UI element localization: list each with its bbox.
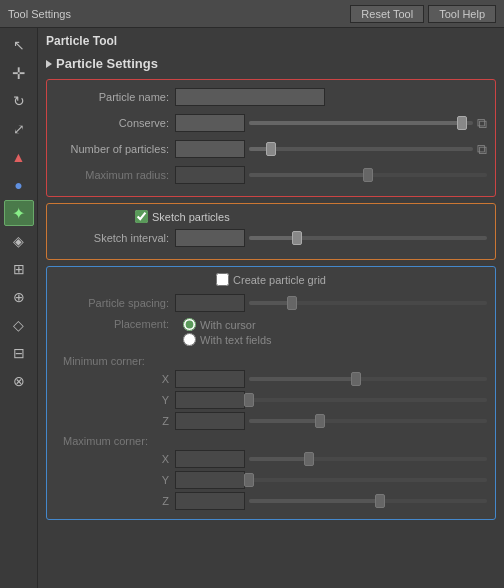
grid-settings-box: Create particle grid Particle spacing: 0… — [46, 266, 496, 520]
max-y-input: 0.000 — [175, 471, 245, 489]
sidebar-item-move[interactable]: ✛ — [4, 60, 34, 86]
sidebar-item-mirror[interactable]: ⊟ — [4, 340, 34, 366]
num-particles-row: Number of particles: 1 ⧉ — [55, 138, 487, 160]
sidebar-item-rotate[interactable]: ↻ — [4, 88, 34, 114]
max-radius-slider-container — [245, 173, 487, 177]
sidebar-item-select[interactable]: ↖ — [4, 32, 34, 58]
sketch-particles-row: Sketch particles — [55, 210, 487, 223]
sketch-interval-label: Sketch interval: — [55, 232, 175, 244]
tool-name: Particle Tool — [46, 34, 117, 48]
particle-spacing-input: 0.137 — [175, 294, 245, 312]
max-corner-label-row: Maximum corner: — [55, 434, 487, 448]
sketch-interval-input[interactable]: 5 — [175, 229, 245, 247]
conserve-label: Conserve: — [55, 117, 175, 129]
sketch-settings-box: Sketch particles Sketch interval: 5 — [46, 203, 496, 260]
conserve-slider[interactable] — [249, 121, 473, 125]
min-y-input: 0.000 — [175, 391, 245, 409]
reset-tool-button[interactable]: Reset Tool — [350, 5, 424, 23]
sidebar-item-add[interactable]: ⊕ — [4, 284, 34, 310]
num-particles-icon: ⧉ — [477, 141, 487, 158]
conserve-row: Conserve: 1.000 ⧉ — [55, 112, 487, 134]
min-z-input: 1.911 — [175, 412, 245, 430]
max-radius-slider[interactable] — [249, 173, 487, 177]
max-radius-label: Maximum radius: — [55, 169, 175, 181]
placement-textfields-label: With text fields — [200, 334, 272, 346]
tool-help-button[interactable]: Tool Help — [428, 5, 496, 23]
min-x-row: X 3.124 — [55, 370, 487, 388]
particle-name-input[interactable] — [175, 88, 325, 106]
max-z-slider[interactable] — [249, 499, 487, 503]
sketch-particles-checkbox[interactable] — [135, 210, 148, 223]
top-bar: Tool Settings Reset Tool Tool Help — [0, 0, 504, 28]
max-radius-input: 1,233 — [175, 166, 245, 184]
min-x-slider[interactable] — [249, 377, 487, 381]
max-y-slider[interactable] — [249, 478, 487, 482]
placement-textfields-row: With text fields — [175, 333, 272, 346]
collapse-triangle[interactable] — [46, 60, 52, 68]
particle-settings-box: Particle name: Conserve: 1.000 ⧉ Number … — [46, 79, 496, 197]
max-x-label: X — [55, 453, 175, 465]
min-x-label: X — [55, 373, 175, 385]
min-z-label: Z — [55, 415, 175, 427]
placement-textfields-radio[interactable] — [183, 333, 196, 346]
sketch-interval-row: Sketch interval: 5 — [55, 227, 487, 249]
max-z-input: 3.577 — [175, 492, 245, 510]
main-layout: ↖ ✛ ↻ ⤢ ▲ ● ✦ ◈ ⊞ ⊕ ◇ ⊟ ⊗ Particle Tool … — [0, 28, 504, 588]
content-area: Particle Tool Particle Settings Particle… — [38, 28, 504, 588]
max-x-slider-container — [245, 457, 487, 461]
sidebar-item-paint[interactable]: ● — [4, 172, 34, 198]
min-y-label: Y — [55, 394, 175, 406]
max-z-label: Z — [55, 495, 175, 507]
max-x-slider[interactable] — [249, 457, 487, 461]
sidebar-item-grid[interactable]: ⊞ — [4, 256, 34, 282]
particle-spacing-slider-container — [245, 301, 487, 305]
conserve-slider-container — [245, 121, 473, 125]
particle-spacing-row: Particle spacing: 0.137 — [55, 292, 487, 314]
num-particles-slider[interactable] — [249, 147, 473, 151]
max-z-row: Z 3.577 — [55, 492, 487, 510]
sketch-interval-slider[interactable] — [249, 236, 487, 240]
max-radius-row: Maximum radius: 1,233 — [55, 164, 487, 186]
placement-label: Placement: — [55, 318, 175, 330]
min-x-input: 3.124 — [175, 370, 245, 388]
conserve-input[interactable]: 1.000 — [175, 114, 245, 132]
top-bar-buttons: Reset Tool Tool Help — [350, 5, 496, 23]
max-x-row: X 1.650 — [55, 450, 487, 468]
sidebar-item-layer[interactable]: ◈ — [4, 228, 34, 254]
min-x-slider-container — [245, 377, 487, 381]
create-grid-row: Create particle grid — [55, 273, 487, 286]
placement-cursor-label: With cursor — [200, 319, 256, 331]
min-y-row: Y 0.000 — [55, 391, 487, 409]
sketch-particles-label: Sketch particles — [152, 211, 230, 223]
min-z-slider-container — [245, 419, 487, 423]
sidebar-item-scale[interactable]: ⤢ — [4, 116, 34, 142]
sidebar-item-history[interactable]: ⊗ — [4, 368, 34, 394]
min-corner-label: Minimum corner: — [55, 355, 151, 367]
particle-spacing-label: Particle spacing: — [55, 297, 175, 309]
particle-name-row: Particle name: — [55, 86, 487, 108]
sketch-interval-slider-container — [245, 236, 487, 240]
window-title: Tool Settings — [8, 8, 71, 20]
min-y-slider[interactable] — [249, 398, 487, 402]
create-grid-label: Create particle grid — [233, 274, 326, 286]
particle-spacing-slider[interactable] — [249, 301, 487, 305]
placement-cursor-radio[interactable] — [183, 318, 196, 331]
section-header: Particle Settings — [46, 56, 496, 71]
placement-section: Placement: With cursor With text fields — [55, 318, 487, 350]
max-corner-label: Maximum corner: — [55, 435, 154, 447]
sidebar-item-sculpt[interactable]: ▲ — [4, 144, 34, 170]
max-x-input: 1.650 — [175, 450, 245, 468]
min-y-slider-container — [245, 398, 487, 402]
max-y-row: Y 0.000 — [55, 471, 487, 489]
conserve-icon: ⧉ — [477, 115, 487, 132]
sidebar-item-component[interactable]: ◇ — [4, 312, 34, 338]
min-corner-label-row: Minimum corner: — [55, 354, 487, 368]
num-particles-input[interactable]: 1 — [175, 140, 245, 158]
create-grid-checkbox[interactable] — [216, 273, 229, 286]
sidebar-item-particle[interactable]: ✦ — [4, 200, 34, 226]
particle-name-label: Particle name: — [55, 91, 175, 103]
num-particles-slider-container — [245, 147, 473, 151]
num-particles-label: Number of particles: — [55, 143, 175, 155]
min-z-slider[interactable] — [249, 419, 487, 423]
max-y-slider-container — [245, 478, 487, 482]
